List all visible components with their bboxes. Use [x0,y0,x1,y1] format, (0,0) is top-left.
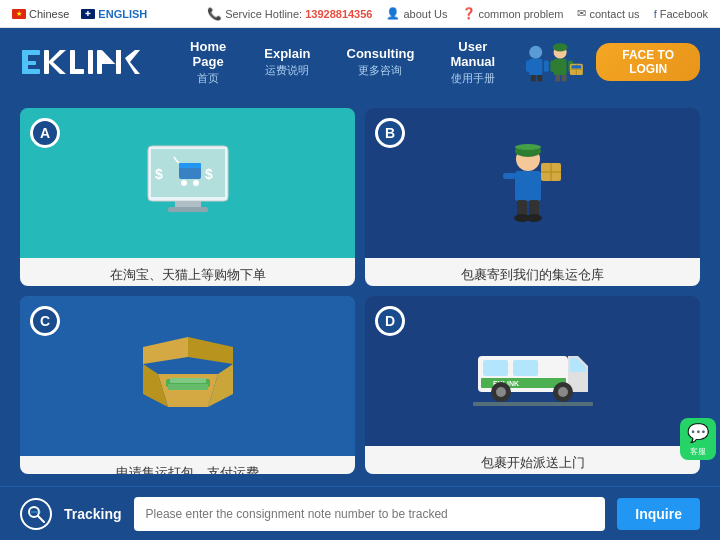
svg-rect-32 [175,201,201,207]
shopping-monitor-icon: $ $ [133,141,243,226]
top-bar-right: 📞 Service Hotline: 13928814356 👤 about U… [207,7,708,21]
nav-manual[interactable]: User Manual 使用手册 [432,39,513,86]
svg-marker-66 [570,358,586,372]
main-content: A $ $ [0,96,720,486]
svg-rect-29 [572,65,582,68]
svg-rect-17 [531,75,536,82]
svg-rect-33 [168,207,208,212]
contact-us-label[interactable]: contact us [589,8,639,20]
svg-rect-9 [97,50,102,74]
nav-explain[interactable]: Explain 运费说明 [246,46,328,78]
nav-bar: Home Page 首页 Explain 运费说明 Consulting 更多咨… [0,28,720,96]
card-a-label: 在淘宝、天猫上等购物下单 [20,258,355,286]
common-problem-label[interactable]: common problem [479,8,564,20]
card-d-badge: D [375,306,405,336]
whatsapp-label: 客服 [690,446,706,457]
lang-cn-label[interactable]: Chinese [29,8,69,20]
svg-rect-42 [515,171,541,201]
svg-rect-16 [544,60,549,71]
svg-point-38 [181,180,187,186]
svg-rect-15 [526,60,531,71]
lang-en[interactable]: ENGLISH [81,8,147,20]
svg-marker-59 [143,337,188,364]
svg-rect-24 [555,75,560,82]
nav-right: FACE TO LOGIN [513,36,700,88]
card-d: D EKLINK [365,296,700,474]
card-c-badge: C [30,306,60,336]
svg-rect-75 [473,402,593,406]
card-b-label: 包裹寄到我们的集运仓库 [365,258,700,286]
search-circle-icon [20,498,52,530]
language-switcher[interactable]: Chinese ENGLISH [12,8,147,20]
svg-point-55 [526,214,542,222]
card-b-image [365,108,700,258]
whatsapp-icon: 💬 [687,422,709,444]
svg-point-74 [558,387,568,397]
svg-rect-1 [22,50,40,55]
card-b: B [365,108,700,286]
svg-rect-18 [538,75,543,82]
hotline-item: 📞 Service Hotline: 13928814356 [207,7,372,21]
svg-rect-62 [168,384,208,390]
delivery-people-illustration [513,36,586,88]
facebook-item[interactable]: f Facebook [654,8,708,20]
facebook-icon: f [654,8,657,20]
card-a-badge: A [30,118,60,148]
svg-rect-37 [179,163,201,168]
card-d-label: 包裹开始派送上门 [365,446,700,474]
card-c-label: 申请集运打包，支付运费 [20,456,355,474]
nav-links: Home Page 首页 Explain 运费说明 Consulting 更多咨… [170,39,513,86]
svg-rect-67 [483,360,508,376]
card-b-badge: B [375,118,405,148]
logo[interactable] [20,42,140,82]
whatsapp-float-button[interactable]: 💬 客服 [680,418,716,460]
facebook-label[interactable]: Facebook [660,8,708,20]
svg-rect-21 [554,59,567,75]
flag-en-icon [81,9,95,19]
contact-us-item[interactable]: ✉ contact us [577,7,639,20]
tracking-label: Tracking [64,506,122,522]
open-box-icon [138,329,238,414]
svg-marker-5 [48,50,66,74]
svg-text:$: $ [205,166,213,182]
svg-marker-12 [125,50,140,74]
search-icon [27,505,45,523]
card-a-image: $ $ [20,108,355,258]
flag-cn-icon [12,9,26,19]
svg-rect-47 [503,173,516,179]
svg-rect-3 [22,69,40,74]
lang-en-label[interactable]: ENGLISH [98,8,147,20]
nav-consulting[interactable]: Consulting 更多咨询 [329,46,433,78]
svg-line-77 [38,516,44,522]
svg-rect-8 [88,50,93,74]
svg-point-72 [496,387,506,397]
lang-cn[interactable]: Chinese [12,8,69,20]
tracking-input[interactable] [134,497,606,531]
svg-rect-63 [170,378,206,383]
svg-marker-60 [188,337,233,364]
about-us-item[interactable]: 👤 about Us [386,7,447,20]
common-problem-item[interactable]: ❓ common problem [462,7,564,20]
svg-rect-25 [562,75,567,82]
card-a: A $ $ [20,108,355,286]
svg-rect-14 [529,59,542,75]
nav-home[interactable]: Home Page 首页 [170,39,246,86]
about-us-label[interactable]: about Us [403,8,447,20]
delivery-person-icon [483,133,583,233]
svg-rect-2 [22,61,36,65]
card-d-image: EKLINK [365,296,700,446]
about-us-icon: 👤 [386,7,400,20]
phone-icon: 📞 [207,7,222,21]
svg-marker-11 [102,50,121,70]
top-bar: Chinese ENGLISH 📞 Service Hotline: 13928… [0,0,720,28]
svg-rect-22 [551,60,556,71]
svg-point-39 [193,180,199,186]
card-c-image [20,296,355,446]
hotline-number: 13928814356 [305,8,372,20]
inquire-button[interactable]: Inquire [617,498,700,530]
contact-icon: ✉ [577,7,586,20]
login-button[interactable]: FACE TO LOGIN [596,43,700,81]
delivery-van-icon: EKLINK [473,336,593,406]
svg-text:$: $ [155,166,163,182]
question-icon: ❓ [462,7,476,20]
